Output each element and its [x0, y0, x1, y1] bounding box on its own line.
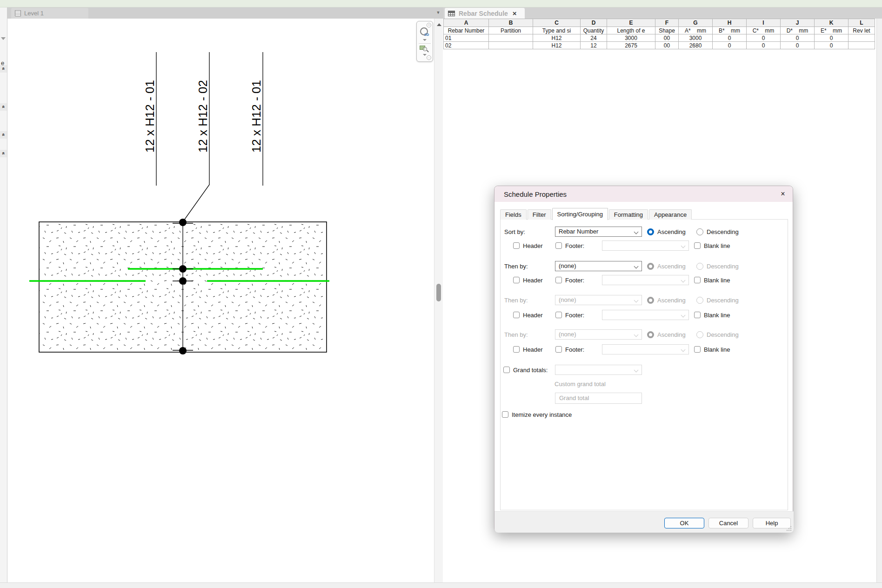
column-letter[interactable]: F	[655, 19, 679, 27]
column-letter[interactable]: E	[607, 19, 655, 27]
grand-total-field[interactable]: Grand total	[555, 393, 642, 404]
dialog-tab-filter[interactable]: Filter	[528, 209, 551, 220]
then-by-3-descending-radio[interactable]	[696, 331, 703, 338]
grand-totals-dropdown[interactable]	[555, 365, 642, 375]
wheel-dropdown-icon[interactable]	[423, 39, 427, 41]
column-letter[interactable]: J	[781, 19, 815, 27]
schedule-cell[interactable]	[849, 42, 875, 49]
schedule-cell[interactable]	[489, 42, 533, 49]
then-by-2-ascending-radio[interactable]	[647, 297, 654, 304]
dialog-tab-sorting-grouping[interactable]: Sorting/Grouping	[552, 208, 608, 220]
field-header-cell[interactable]: B* mm	[713, 27, 747, 34]
help-button[interactable]: Help	[753, 518, 791, 528]
then-by-1-footer-checkbox[interactable]	[555, 277, 562, 283]
field-header-cell[interactable]: Partition	[489, 27, 533, 34]
field-header-cell[interactable]: E* mm	[815, 27, 849, 34]
schedule-cell[interactable]: 2675	[607, 42, 655, 49]
scroll-up-arrow-icon[interactable]	[437, 23, 441, 26]
then-by-2-header-checkbox[interactable]	[513, 312, 520, 318]
left-scrollbar-thumb[interactable]	[436, 284, 441, 301]
schedule-cell[interactable]	[489, 34, 533, 42]
schedule-cell[interactable]: 3000	[607, 34, 655, 42]
sort-by-ascending-radio[interactable]	[647, 228, 654, 235]
view-tab-overflow-button[interactable]: ▼	[434, 10, 442, 17]
column-letter[interactable]: K	[815, 19, 849, 27]
field-header-cell[interactable]: Quantity	[581, 27, 607, 34]
schedule-cell[interactable]: 0	[815, 34, 849, 42]
dialog-tab-formatting[interactable]: Formatting	[609, 209, 648, 220]
then-by-3-header-checkbox[interactable]	[513, 346, 520, 353]
dialog-close-icon[interactable]: ×	[776, 188, 789, 200]
field-header-cell[interactable]: Shape	[655, 27, 679, 34]
schedule-cell[interactable]: 12	[581, 42, 607, 49]
field-header-cell[interactable]: D* mm	[781, 27, 815, 34]
tab-level-1[interactable]: Level 1	[11, 8, 88, 19]
edge-dropdown-icon[interactable]	[1, 37, 6, 40]
then-by-2-footer-checkbox[interactable]	[555, 312, 562, 318]
column-letter[interactable]: A	[444, 19, 489, 27]
navbar-collapse-icon[interactable]: –	[427, 55, 431, 60]
then-by-1-header-checkbox[interactable]	[513, 277, 520, 283]
field-header-cell[interactable]: Rev let	[849, 27, 875, 34]
schedule-cell[interactable]: 00	[655, 42, 679, 49]
column-letter[interactable]: C	[533, 19, 581, 27]
schedule-cell[interactable]: 2680	[679, 42, 713, 49]
schedule-cell[interactable]: 3000	[679, 34, 713, 42]
schedule-cell[interactable]: 0	[747, 34, 781, 42]
then-by-3-field-dropdown[interactable]: (none)	[555, 329, 642, 340]
dialog-tab-fields[interactable]: Fields	[500, 209, 527, 220]
field-header-cell[interactable]: C* mm	[747, 27, 781, 34]
edge-collapse-chevron-3[interactable]: «	[0, 131, 7, 139]
schedule-cell[interactable]: 02	[444, 42, 489, 49]
tab-close-icon[interactable]: ×	[513, 9, 517, 17]
schedule-cell[interactable]: 0	[747, 42, 781, 49]
field-header-cell[interactable]: Rebar Number	[444, 27, 489, 34]
schedule-cell[interactable]: H12	[533, 34, 581, 42]
field-header-cell[interactable]: Length of e	[607, 27, 655, 34]
then-by-3-blank-line-checkbox[interactable]	[694, 346, 701, 353]
edge-collapse-chevron-1[interactable]: «	[0, 65, 7, 73]
column-letter[interactable]: B	[489, 19, 533, 27]
then-by-1-footer-dropdown[interactable]	[602, 275, 689, 285]
column-letter[interactable]: D	[581, 19, 607, 27]
field-header-cell[interactable]: Type and si	[533, 27, 581, 34]
schedule-cell[interactable]: 00	[655, 34, 679, 42]
ok-button[interactable]: OK	[664, 518, 704, 528]
then-by-2-descending-radio[interactable]	[696, 297, 703, 304]
schedule-cell[interactable]	[849, 34, 875, 42]
then-by-2-field-dropdown[interactable]: (none)	[555, 295, 642, 305]
edge-collapse-chevron-2[interactable]: «	[0, 103, 7, 111]
then-by-1-descending-radio[interactable]	[696, 263, 703, 270]
right-pane-scrollbar[interactable]	[876, 19, 882, 582]
navbar-close-icon[interactable]: ×	[427, 23, 431, 27]
dialog-resize-grip[interactable]	[786, 526, 792, 531]
sort-by-footer-checkbox[interactable]	[555, 242, 562, 249]
zoom-dropdown-icon[interactable]	[423, 54, 427, 56]
dialog-title-bar[interactable]: Schedule Properties ×	[494, 186, 793, 202]
schedule-cell[interactable]: 0	[815, 42, 849, 49]
column-letter[interactable]: L	[849, 19, 875, 27]
then-by-2-footer-dropdown[interactable]	[602, 310, 689, 320]
then-by-3-ascending-radio[interactable]	[647, 331, 654, 338]
schedule-cell[interactable]: H12	[533, 42, 581, 49]
then-by-1-blank-line-checkbox[interactable]	[694, 277, 701, 283]
edge-collapse-chevron-4[interactable]: «	[0, 150, 7, 157]
itemize-checkbox[interactable]	[502, 411, 508, 418]
left-pane-scrollbar[interactable]	[434, 19, 443, 582]
schedule-cell[interactable]: 0	[781, 42, 815, 49]
column-letter[interactable]: G	[679, 19, 713, 27]
tab-rebar-schedule[interactable]: Rebar Schedule ×	[445, 8, 525, 19]
schedule-cell[interactable]: 0	[713, 42, 747, 49]
column-letter[interactable]: H	[713, 19, 747, 27]
sort-by-footer-dropdown[interactable]	[602, 241, 689, 251]
schedule-cell[interactable]: 0	[781, 34, 815, 42]
schedule-cell[interactable]: 0	[713, 34, 747, 42]
field-header-cell[interactable]: A* mm	[679, 27, 713, 34]
then-by-1-ascending-radio[interactable]	[647, 263, 654, 270]
schedule-cell[interactable]: 01	[444, 34, 489, 42]
dialog-tab-appearance[interactable]: Appearance	[649, 209, 692, 220]
sort-by-blank-line-checkbox[interactable]	[694, 242, 701, 249]
sort-by-header-checkbox[interactable]	[513, 242, 520, 249]
sort-by-descending-radio[interactable]	[696, 228, 703, 235]
then-by-3-footer-dropdown[interactable]	[602, 344, 689, 354]
